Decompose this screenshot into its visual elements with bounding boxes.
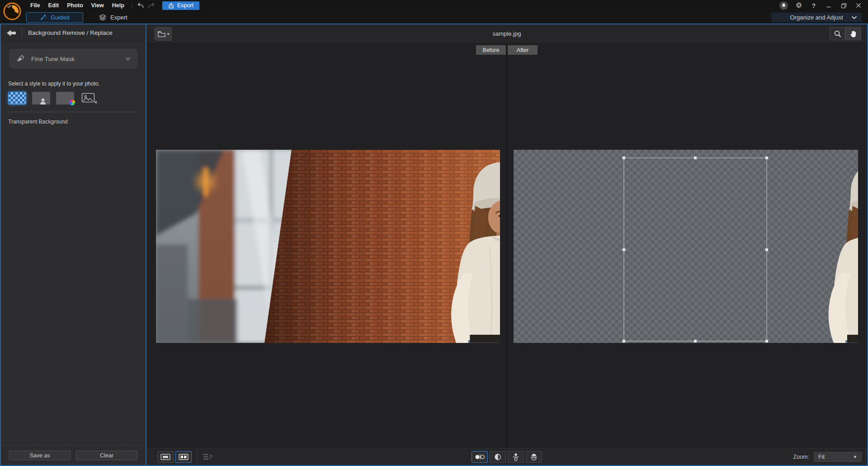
layers-icon (99, 14, 106, 21)
minimize-icon (826, 3, 831, 8)
clear-button[interactable]: Clear (76, 451, 137, 460)
close-button[interactable] (854, 1, 863, 10)
person-silhouette-icon (36, 97, 46, 105)
tab-guided[interactable]: Guided (26, 12, 83, 23)
guided-edit-panel: Background Remove / Replace Fine Tune Ma… (1, 24, 146, 465)
notification-button[interactable] (779, 1, 788, 10)
compare-mode-group (472, 451, 542, 463)
canvas-tools (830, 27, 861, 40)
stacked-settings-icon (203, 453, 213, 461)
workspace-selector[interactable]: Organize and Adjust (771, 13, 862, 22)
export-button[interactable]: Export (162, 1, 199, 10)
style-options-row (8, 92, 138, 105)
single-view-icon (160, 454, 170, 460)
add-image-icon (81, 93, 97, 105)
photodirector-logo-icon[interactable] (3, 2, 21, 20)
menu-photo[interactable]: Photo (63, 0, 87, 11)
style-transparent-background[interactable] (8, 92, 26, 105)
after-image[interactable] (514, 150, 858, 343)
folder-icon (157, 30, 166, 38)
compare-top-bottom-button[interactable] (508, 451, 524, 463)
magnifier-icon (834, 30, 842, 38)
folder-dropdown-caret: ▾ (167, 32, 170, 36)
chevron-down-icon (851, 16, 857, 19)
brush-icon (16, 54, 25, 63)
undo-button[interactable] (135, 1, 146, 10)
single-view-button[interactable] (157, 451, 174, 463)
save-as-button[interactable]: Save as (9, 451, 71, 460)
zoom-select[interactable]: Fit ▼ (814, 452, 862, 462)
menu-file[interactable]: File (26, 0, 44, 11)
before-badge: Before (476, 45, 506, 55)
menu-edit[interactable]: Edit (44, 0, 63, 11)
zoom-value: Fit (818, 454, 825, 460)
style-instruction: Select a style to apply it to your photo… (8, 81, 138, 87)
compare-split-top-bottom-button[interactable] (526, 451, 542, 463)
tab-guided-label: Guided (51, 14, 70, 21)
close-icon (856, 3, 861, 8)
color-wheel-icon (69, 100, 75, 105)
compare-view: Before After (146, 43, 867, 448)
menu-help[interactable]: Help (108, 0, 128, 11)
workspace-selector-label: Organize and Adjust (790, 14, 843, 21)
canvas-footer: Zoom: Fit ▼ (146, 448, 867, 465)
tab-expert-label: Expert (110, 14, 127, 21)
before-image[interactable] (156, 150, 500, 343)
back-arrow-icon (5, 29, 17, 37)
canvas-region: sample.jpg ▾ (146, 24, 867, 465)
zoom-tool-button[interactable] (830, 27, 845, 40)
auto-apply-disabled-button[interactable] (203, 453, 213, 461)
tool-selector-dropdown[interactable]: Fine Tune Mask (9, 49, 137, 69)
footer-divider (197, 452, 198, 461)
settings-button[interactable]: ⚙ (795, 1, 803, 10)
selected-style-label: Transparent Background (8, 119, 138, 125)
menu-bar: File Edit Photo View Help (26, 0, 128, 11)
chevron-down-icon (125, 57, 131, 61)
style-custom-image-background[interactable] (80, 92, 98, 105)
maximize-icon (841, 3, 847, 9)
split-circle-icon (494, 453, 502, 461)
back-button[interactable] (1, 29, 22, 37)
undo-icon (136, 2, 145, 9)
after-badge: After (508, 45, 538, 55)
header-divider (22, 28, 22, 38)
main-frame: Background Remove / Replace Fine Tune Ma… (0, 24, 868, 466)
help-button[interactable]: ? (810, 1, 818, 10)
split-view-icon (179, 454, 189, 460)
panel-title: Background Remove / Replace (28, 29, 113, 36)
wand-icon (40, 14, 47, 21)
compare-divider[interactable] (506, 43, 507, 448)
filename-label: sample.jpg (146, 30, 867, 37)
window-controls: ⚙ ? (779, 1, 868, 10)
notification-bell-icon (781, 3, 786, 8)
zoom-control: Zoom: Fit ▼ (793, 452, 862, 462)
redo-icon (147, 2, 156, 9)
style-solid-color-background[interactable] (56, 92, 74, 105)
compare-side-by-side-button[interactable] (472, 451, 488, 463)
panel-body: Fine Tune Mask Select a style to apply i… (1, 42, 146, 445)
side-by-side-icon (474, 453, 485, 461)
style-person-backdrop-background[interactable] (32, 92, 50, 105)
view-mode-group (157, 451, 192, 463)
compare-split-button[interactable] (490, 451, 506, 463)
tab-expert[interactable]: Expert (99, 14, 127, 21)
panel-header: Background Remove / Replace (1, 24, 146, 42)
minimize-button[interactable] (825, 1, 833, 10)
tool-selector-label: Fine Tune Mask (31, 56, 75, 62)
export-icon (168, 3, 174, 9)
export-label: Export (177, 2, 193, 9)
redo-button[interactable] (146, 1, 157, 10)
maximize-button[interactable] (840, 1, 848, 10)
browse-folder-button[interactable]: ▾ (155, 27, 172, 41)
split-view-button[interactable] (175, 451, 192, 463)
menu-view[interactable]: View (87, 0, 108, 11)
panel-divider (8, 112, 138, 112)
toolbar-divider (132, 3, 132, 9)
panel-footer: Save as Clear (1, 445, 146, 465)
help-icon: ? (812, 2, 816, 9)
pan-tool-button[interactable] (845, 27, 861, 40)
settings-gear-icon: ⚙ (796, 2, 802, 9)
mode-tabbar: Guided Expert Organize and Adjust (0, 11, 868, 24)
hand-icon (850, 30, 857, 38)
top-bottom-icon (512, 453, 520, 461)
